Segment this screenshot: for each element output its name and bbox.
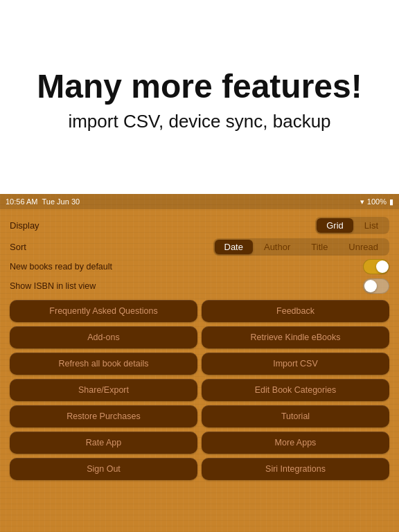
sort-label: Sort bbox=[10, 242, 26, 252]
action-btn-retrieve-kindle-ebooks[interactable]: Retrieve Kindle eBooks bbox=[202, 326, 389, 348]
new-books-label: New books read by default bbox=[10, 262, 112, 272]
status-right: ▾ 100% ▮ bbox=[360, 197, 393, 206]
device-frame: 10:56 AM Tue Jun 30 ▾ 100% ▮ Display Gri… bbox=[0, 194, 399, 532]
action-buttons-grid: Frequently Asked QuestionsFeedbackAdd-on… bbox=[10, 300, 389, 480]
promo-section: Many more features! import CSV, device s… bbox=[0, 0, 399, 194]
promo-subtitle: import CSV, device sync, backup bbox=[68, 111, 330, 132]
action-btn-frequently-asked-questions[interactable]: Frequently Asked Questions bbox=[10, 300, 197, 322]
sort-author-btn[interactable]: Author bbox=[254, 240, 300, 254]
display-segmented[interactable]: Grid List bbox=[315, 217, 389, 234]
battery-percent: 100% bbox=[367, 197, 387, 206]
status-date: Tue Jun 30 bbox=[42, 197, 80, 206]
action-btn-more-apps[interactable]: More Apps bbox=[202, 432, 389, 454]
sort-row: Sort Date Author Title Unread bbox=[10, 236, 389, 257]
display-grid-btn[interactable]: Grid bbox=[317, 218, 353, 233]
action-btn-import-csv[interactable]: Import CSV bbox=[202, 353, 389, 375]
action-btn-feedback[interactable]: Feedback bbox=[202, 300, 389, 322]
status-left: 10:56 AM Tue Jun 30 bbox=[6, 197, 80, 206]
action-btn-siri-integrations[interactable]: Siri Integrations bbox=[202, 458, 389, 480]
action-btn-tutorial[interactable]: Tutorial bbox=[202, 405, 389, 427]
display-list-btn[interactable]: List bbox=[355, 218, 388, 233]
settings-panel: Display Grid List Sort Date Author Title… bbox=[0, 209, 399, 484]
new-books-row: New books read by default bbox=[10, 257, 389, 276]
display-label: Display bbox=[10, 220, 39, 231]
action-btn-sign-out[interactable]: Sign Out bbox=[10, 458, 197, 480]
action-btn-refresh-all-book-details[interactable]: Refresh all book details bbox=[10, 353, 197, 375]
action-btn-restore-purchases[interactable]: Restore Purchases bbox=[10, 405, 197, 427]
action-btn-edit-book-categories[interactable]: Edit Book Categories bbox=[202, 379, 389, 401]
action-btn-shareexport[interactable]: Share/Export bbox=[10, 379, 197, 401]
status-time: 10:56 AM bbox=[6, 197, 37, 206]
promo-title: Many more features! bbox=[37, 69, 362, 105]
new-books-toggle[interactable] bbox=[363, 259, 389, 274]
sort-segmented[interactable]: Date Author Title Unread bbox=[213, 238, 390, 256]
wifi-icon: ▾ bbox=[360, 197, 364, 206]
action-btn-rate-app[interactable]: Rate App bbox=[10, 432, 197, 454]
sort-unread-btn[interactable]: Unread bbox=[339, 240, 388, 254]
show-isbn-toggle[interactable] bbox=[363, 278, 389, 294]
status-bar: 10:56 AM Tue Jun 30 ▾ 100% ▮ bbox=[0, 194, 399, 209]
show-isbn-row: Show ISBN in list view bbox=[10, 276, 389, 296]
show-isbn-label: Show ISBN in list view bbox=[10, 281, 96, 291]
sort-date-btn[interactable]: Date bbox=[215, 240, 253, 254]
battery-icon: ▮ bbox=[389, 197, 393, 206]
sort-title-btn[interactable]: Title bbox=[301, 240, 337, 254]
display-row: Display Grid List bbox=[10, 213, 389, 236]
action-btn-add-ons[interactable]: Add-ons bbox=[10, 326, 197, 348]
